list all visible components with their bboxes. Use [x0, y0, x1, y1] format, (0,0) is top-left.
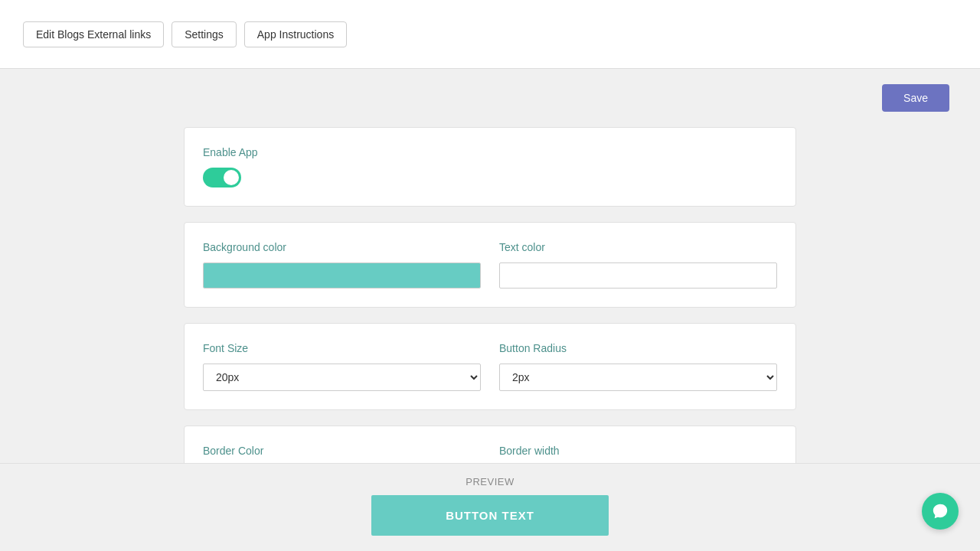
button-radius-label: Button Radius [499, 342, 777, 354]
font-size-label: Font Size [203, 342, 481, 354]
border-width-label: Border width [499, 445, 777, 457]
save-button[interactable]: Save [882, 84, 949, 112]
top-nav-bar: Edit Blogs External links Settings App I… [0, 0, 980, 69]
background-color-label: Background color [203, 241, 481, 253]
preview-area: PREVIEW BUTTON TEXT [0, 463, 980, 551]
save-row: Save [31, 84, 949, 112]
enable-app-label: Enable App [203, 146, 777, 158]
color-card: Background color 67CCC3 Text color FFFFF… [184, 222, 796, 308]
text-color-field: Text color FFFFFF [499, 241, 777, 289]
size-row: Font Size 14px 16px 18px 20px 22px 24px … [203, 342, 777, 391]
chat-bubble-button[interactable] [922, 493, 959, 530]
chat-icon [932, 503, 949, 520]
size-card: Font Size 14px 16px 18px 20px 22px 24px … [184, 323, 796, 410]
preview-button[interactable]: BUTTON TEXT [371, 495, 609, 536]
toggle-slider [203, 168, 241, 187]
enable-app-card: Enable App [184, 127, 796, 207]
font-size-field: Font Size 14px 16px 18px 20px 22px 24px [203, 342, 481, 391]
nav-app-instructions-btn[interactable]: App Instructions [244, 21, 347, 47]
button-radius-field: Button Radius 0px 1px 2px 4px 6px 8px 10… [499, 342, 777, 391]
enable-app-toggle-wrapper [203, 168, 241, 187]
enable-app-toggle[interactable] [203, 168, 241, 187]
font-size-select[interactable]: 14px 16px 18px 20px 22px 24px [203, 364, 481, 391]
background-color-wrapper: 67CCC3 [203, 262, 481, 289]
button-radius-select[interactable]: 0px 1px 2px 4px 6px 8px 10px [499, 364, 777, 391]
text-color-label: Text color [499, 241, 777, 253]
border-color-label: Border Color [203, 445, 481, 457]
background-color-field: Background color 67CCC3 [203, 241, 481, 289]
nav-edit-blogs-btn[interactable]: Edit Blogs External links [23, 21, 164, 47]
nav-settings-btn[interactable]: Settings [172, 21, 237, 47]
color-row: Background color 67CCC3 Text color FFFFF… [203, 241, 777, 289]
text-color-input[interactable]: FFFFFF [499, 262, 777, 289]
preview-label: PREVIEW [466, 476, 514, 487]
background-color-input[interactable]: 67CCC3 [204, 263, 480, 288]
